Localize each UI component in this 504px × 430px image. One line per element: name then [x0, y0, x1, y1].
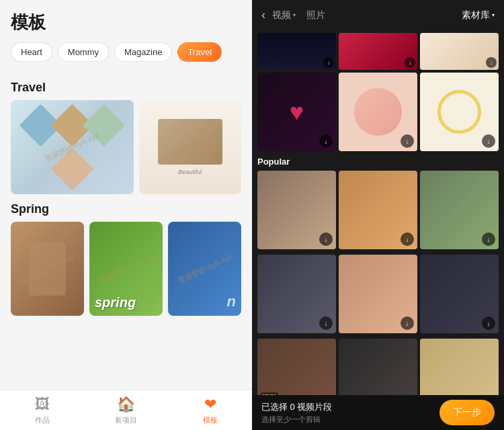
download-btn-animal[interactable]: ↓	[482, 232, 495, 246]
media-cell-top-3[interactable]: ↓	[420, 33, 499, 70]
category-tabs: Heart Mommy Magazine Travel	[11, 42, 241, 62]
diamond-3	[83, 104, 126, 147]
nav-template[interactable]: ❤ 模板	[168, 390, 252, 430]
right-panel: ‹ 视频 ▾ 照片 素材库 ▾ ↓ ↓ ↓	[252, 0, 504, 430]
travel-card-2[interactable]: Beautiful 资源妙妙-dy8.xyz	[139, 100, 241, 194]
media-cell-top-1[interactable]: ↓	[257, 33, 336, 70]
popular-section-label: Popular	[257, 157, 499, 167]
status-main-text: 已选择 0 视频片段	[261, 401, 433, 413]
right-header: ‹ 视频 ▾ 照片 素材库 ▾	[252, 0, 504, 30]
kuh-label: KUH	[261, 392, 278, 395]
tab-photo[interactable]: 照片	[306, 9, 325, 22]
spring-card-2[interactable]: spring 资源妙妙-dy8.xyz	[89, 222, 163, 316]
spring-template-row: 资源妙妙-dy8.xyz spring 资源妙妙-dy8.xyz n 资源妙妙-…	[11, 222, 241, 316]
download-btn-top-3[interactable]: ↓	[486, 57, 497, 68]
tab-photo-label: 照片	[306, 9, 325, 22]
media-grid-popular-2: ↓ ↓ ↓	[257, 255, 499, 333]
nav-works-label: 作品	[35, 415, 50, 425]
travel-section-title: Travel	[11, 81, 241, 95]
download-btn-top-2[interactable]: ↓	[405, 57, 415, 68]
media-cell-person3[interactable]: ↓	[257, 255, 336, 333]
back-button[interactable]: ‹	[261, 8, 265, 22]
download-icon: ↓	[325, 138, 328, 145]
media-cell-heart[interactable]: ♥ ↓	[257, 73, 336, 151]
chevron-down-icon: ▾	[293, 12, 296, 18]
travel-template-row: 资源妙妙-dy8.xyz Beautiful 资源妙妙-dy8.xyz	[11, 100, 241, 194]
media-cell-yellow-geo[interactable]: ↓	[420, 73, 499, 151]
nav-works[interactable]: 🖼 作品	[0, 390, 84, 430]
travel-photo	[158, 119, 222, 165]
media-cell-person4[interactable]: ↓	[339, 255, 417, 333]
pink-circle	[354, 88, 401, 135]
right-status-bar: 已选择 0 视频片段 选择至少一个剪辑 下一步	[252, 395, 504, 430]
right-tabs: 视频 ▾ 照片	[272, 9, 455, 22]
download-btn-scene[interactable]: ↓	[482, 316, 495, 330]
media-cell-top-2[interactable]: ↓	[339, 33, 417, 70]
gallery-icon: 🖼	[35, 396, 50, 413]
media-cell-pink-geo[interactable]: ↓	[339, 73, 417, 151]
download-icon-3: ↓	[487, 138, 491, 145]
status-sub-text: 选择至少一个剪辑	[261, 415, 433, 425]
download-btn-heart[interactable]: ↓	[319, 134, 333, 148]
media-grid-kuh: KUH ↓ ↓ ↓	[257, 339, 499, 395]
tab-travel[interactable]: Travel	[177, 42, 222, 62]
download-btn-p1[interactable]: ↓	[319, 232, 333, 246]
download-btn-yellow[interactable]: ↓	[482, 134, 495, 148]
left-header: 模板 Heart Mommy Magazine Travel	[0, 0, 252, 67]
right-media-content: ↓ ↓ ↓ ♥ ↓ ↓	[252, 30, 504, 395]
media-cell-kuh[interactable]: KUH ↓	[257, 339, 336, 395]
heart-icon: ❤	[204, 396, 216, 413]
page-title: 模板	[11, 11, 241, 34]
spring-card-1[interactable]: 资源妙妙-dy8.xyz	[11, 222, 84, 316]
nav-new[interactable]: 🏠 新项目	[84, 390, 168, 430]
n-label: n	[227, 293, 236, 310]
travel-card-1[interactable]: 资源妙妙-dy8.xyz	[11, 100, 134, 194]
spring-card-3[interactable]: n 资源妙妙-dy8.xyz	[168, 222, 241, 316]
status-text-container: 已选择 0 视频片段 选择至少一个剪辑	[261, 401, 433, 425]
next-button[interactable]: 下一步	[439, 400, 495, 425]
media-cell-scene[interactable]: ↓	[420, 255, 499, 333]
download-btn-p2[interactable]: ↓	[401, 232, 414, 246]
tab-video-label: 视频	[272, 9, 291, 22]
media-cell-animal[interactable]: ↓	[420, 171, 499, 249]
spring-label: spring	[95, 295, 136, 310]
spring-section-title: Spring	[11, 202, 241, 216]
person-silhouette-1	[29, 242, 66, 296]
left-panel: 模板 Heart Mommy Magazine Travel Travel 资源…	[0, 0, 252, 430]
tab-heart[interactable]: Heart	[11, 42, 52, 62]
yellow-ring	[437, 90, 480, 133]
bottom-nav: 🖼 作品 🏠 新项目 ❤ 模板	[0, 390, 252, 430]
download-btn-pink[interactable]: ↓	[401, 134, 414, 148]
media-cell-dark[interactable]: ↓	[339, 339, 417, 395]
nav-new-label: 新项目	[115, 415, 137, 425]
download-btn-p4[interactable]: ↓	[401, 316, 414, 330]
heart-shape: ♥	[290, 98, 304, 126]
tab-mommy[interactable]: Mommy	[58, 42, 109, 62]
media-cell-nature[interactable]: ↓	[420, 339, 499, 395]
left-content: Travel 资源妙妙-dy8.xyz Beautiful 资源妙妙-dy8.x…	[0, 67, 252, 390]
top-partial-row: ↓ ↓ ↓	[257, 33, 499, 70]
library-tab[interactable]: 素材库 ▾	[462, 9, 495, 22]
media-grid-popular: ↓ ↓ ↓	[257, 171, 499, 249]
media-grid-geo: ♥ ↓ ↓ ↓	[257, 73, 499, 151]
media-cell-person2[interactable]: ↓	[339, 171, 417, 249]
diamond-4	[51, 148, 94, 191]
beautiful-text: Beautiful	[178, 169, 202, 175]
download-btn-top-1[interactable]: ↓	[323, 57, 334, 68]
library-label: 素材库	[462, 9, 490, 22]
library-chevron-icon: ▾	[492, 12, 495, 18]
tab-magazine[interactable]: Magazine	[114, 42, 172, 62]
download-icon-2: ↓	[406, 138, 409, 145]
download-btn-p3[interactable]: ↓	[319, 316, 333, 330]
tab-video[interactable]: 视频 ▾	[272, 9, 296, 22]
nav-template-label: 模板	[203, 415, 218, 425]
media-cell-person1[interactable]: ↓	[257, 171, 336, 249]
home-icon: 🏠	[117, 396, 135, 413]
